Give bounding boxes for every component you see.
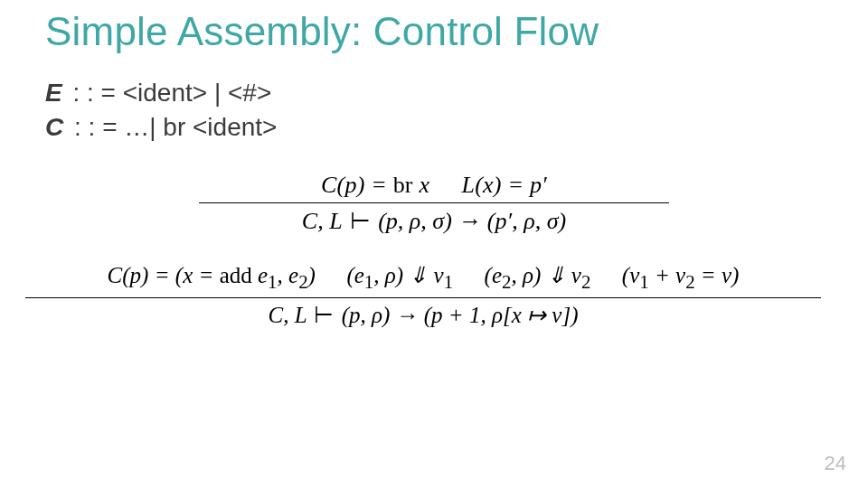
production-E: : : = <ident> | <#> [66,79,272,107]
inference-rules: C(p) = br x L(x) = p′ C, L ⊢ (p, ρ, σ) →… [45,170,823,330]
rule-add-bar [25,297,821,298]
grammar-block: E : : = <ident> | <#> C : : = …| br <ide… [45,76,823,145]
rule-branch: C(p) = br x L(x) = p′ C, L ⊢ (p, ρ, σ) →… [199,170,669,237]
nonterminal-E: E [45,79,62,107]
rule-add: C(p) = (x = add e1, e2) (e1, ρ) ⇓ v1 (e2… [25,260,821,330]
production-C: : : = …| br <ident> [67,113,277,141]
nonterminal-C: C [45,113,63,141]
slide: Simple Assembly: Control Flow E : : = <i… [0,0,868,488]
rule-branch-premises: C(p) = br x L(x) = p′ [316,170,552,201]
grammar-line-E: E : : = <ident> | <#> [45,76,823,110]
rule-branch-conclusion: C, L ⊢ (p, ρ, σ) → (p′, ρ, σ) [297,205,571,237]
grammar-line-C: C : : = …| br <ident> [45,110,823,145]
rule-add-premises: C(p) = (x = add e1, e2) (e1, ρ) ⇓ v1 (e2… [102,260,745,296]
slide-title: Simple Assembly: Control Flow [45,9,823,54]
rule-add-conclusion: C, L ⊢ (p, ρ) → (p + 1, ρ[x ↦ v]) [263,300,584,330]
rule-branch-bar [199,202,669,203]
page-number: 24 [825,452,846,475]
